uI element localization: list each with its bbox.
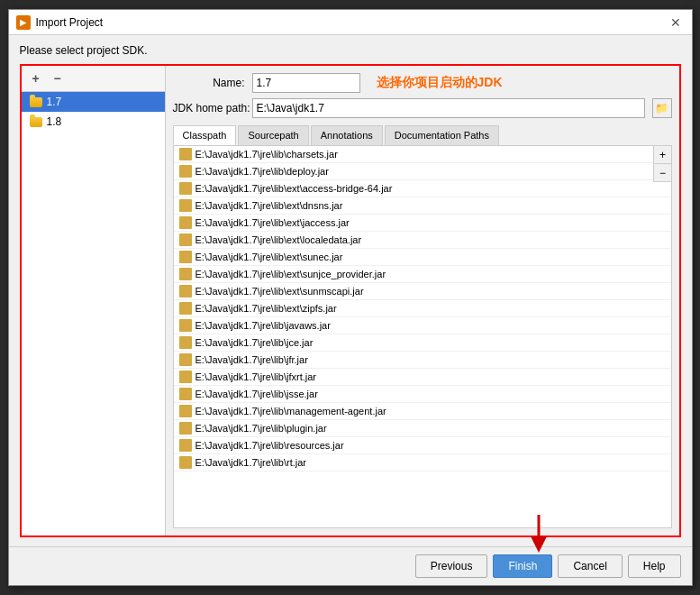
tab-documentation-paths[interactable]: Documentation Paths <box>385 125 499 145</box>
classpath-item-label: E:\Java\jdk1.7\jre\lib\management-agent.… <box>195 406 386 416</box>
classpath-list-inner: E:\Java\jdk1.7\jre\lib\charsets.jarE:\Ja… <box>174 146 671 471</box>
finish-button[interactable]: Finish <box>493 554 552 578</box>
classpath-item-label: E:\Java\jdk1.7\jre\lib\rt.jar <box>195 457 307 468</box>
list-item[interactable]: E:\Java\jdk1.7\jre\lib\jsse.jar <box>174 386 671 403</box>
classpath-item-label: E:\Java\jdk1.7\jre\lib\ext\sunjce_provid… <box>195 269 386 279</box>
classpath-item-label: E:\Java\jdk1.7\jre\lib\resources.jar <box>195 440 344 451</box>
list-item[interactable]: E:\Java\jdk1.7\jre\lib\ext\sunec.jar <box>174 249 671 266</box>
list-item[interactable]: E:\Java\jdk1.7\jre\lib\jce.jar <box>174 334 671 352</box>
jdk-path-label: JDK home path: <box>173 102 245 114</box>
classpath-item-label: E:\Java\jdk1.7\jre\lib\plugin.jar <box>195 423 327 434</box>
add-sdk-button[interactable]: + <box>27 69 45 87</box>
title-bar-left: ▶ Import Project <box>16 15 104 30</box>
jar-icon <box>179 199 192 212</box>
list-item[interactable]: E:\Java\jdk1.7\jre\lib\ext\access-bridge… <box>174 180 671 197</box>
left-panel: + − 1.71.8 <box>22 66 166 536</box>
jar-icon <box>179 182 192 195</box>
list-item[interactable]: E:\Java\jdk1.7\jre\lib\jfr.jar <box>174 352 671 369</box>
classpath-item-label: E:\Java\jdk1.7\jre\lib\javaws.jar <box>195 320 331 331</box>
dialog-content: Please select project SDK. + − 1.71.8 Na… <box>9 35 692 546</box>
jar-icon <box>179 233 192 246</box>
classpath-item-label: E:\Java\jdk1.7\jre\lib\ext\access-bridge… <box>195 183 393 194</box>
classpath-item-label: E:\Java\jdk1.7\jre\lib\jsse.jar <box>195 389 318 399</box>
list-item[interactable]: E:\Java\jdk1.7\jre\lib\charsets.jar <box>174 146 671 163</box>
list-item[interactable]: E:\Java\jdk1.7\jre\lib\plugin.jar <box>174 420 671 437</box>
classpath-item-label: E:\Java\jdk1.7\jre\lib\ext\zipfs.jar <box>195 303 337 314</box>
classpath-item-label: E:\Java\jdk1.7\jre\lib\deploy.jar <box>195 166 329 177</box>
jar-icon <box>179 319 192 332</box>
list-item[interactable]: E:\Java\jdk1.7\jre\lib\rt.jar <box>174 454 671 471</box>
tab-classpath[interactable]: Classpath <box>173 125 237 145</box>
name-row: Name: 选择你项目启动的JDK <box>173 73 672 93</box>
subtitle: Please select project SDK. <box>20 44 681 57</box>
list-item[interactable]: E:\Java\jdk1.7\jre\lib\ext\sunmscapi.jar <box>174 283 671 300</box>
list-remove-button[interactable]: − <box>654 164 672 182</box>
jar-icon <box>179 422 192 435</box>
import-project-dialog: ▶ Import Project ✕ Please select project… <box>8 9 693 586</box>
dialog-title: Import Project <box>36 16 104 29</box>
list-item[interactable]: E:\Java\jdk1.7\jre\lib\ext\dnsns.jar <box>174 197 671 215</box>
sdk-folder-icon <box>29 95 43 109</box>
classpath-item-label: E:\Java\jdk1.7\jre\lib\ext\localedata.ja… <box>195 234 362 245</box>
jar-icon <box>179 353 192 366</box>
close-button[interactable]: ✕ <box>667 15 685 30</box>
classpath-item-label: E:\Java\jdk1.7\jre\lib\charsets.jar <box>195 149 338 160</box>
jar-icon <box>179 336 192 349</box>
classpath-item-label: E:\Java\jdk1.7\jre\lib\jce.jar <box>195 337 314 348</box>
left-toolbar: + − <box>22 66 165 92</box>
jar-icon <box>179 268 192 280</box>
name-input[interactable] <box>252 73 360 93</box>
jar-icon <box>179 456 192 469</box>
cancel-button[interactable]: Cancel <box>558 554 622 578</box>
sdk-item[interactable]: 1.8 <box>22 112 165 132</box>
list-item[interactable]: E:\Java\jdk1.7\jre\lib\management-agent.… <box>174 403 671 420</box>
sdk-section: + − 1.71.8 Name: 选择你项目启动的JDK JDK home pa… <box>20 64 681 537</box>
list-item[interactable]: E:\Java\jdk1.7\jre\lib\jfxrt.jar <box>174 369 671 386</box>
jdk-path-input[interactable] <box>252 98 645 118</box>
right-panel: Name: 选择你项目启动的JDK JDK home path: 📁 Class… <box>166 66 679 536</box>
classpath-list: E:\Java\jdk1.7\jre\lib\charsets.jarE:\Ja… <box>173 146 672 528</box>
tab-sourcepath[interactable]: Sourcepath <box>238 125 308 145</box>
help-button[interactable]: Help <box>628 554 681 578</box>
list-add-button[interactable]: + <box>654 146 672 164</box>
classpath-item-label: E:\Java\jdk1.7\jre\lib\ext\sunec.jar <box>195 252 343 262</box>
classpath-item-label: E:\Java\jdk1.7\jre\lib\ext\sunmscapi.jar <box>195 286 364 297</box>
list-item[interactable]: E:\Java\jdk1.7\jre\lib\resources.jar <box>174 437 671 454</box>
classpath-item-label: E:\Java\jdk1.7\jre\lib\jfxrt.jar <box>195 371 317 382</box>
sdk-item-label: 1.7 <box>47 96 62 108</box>
browse-button[interactable]: 📁 <box>652 98 672 118</box>
classpath-item-label: E:\Java\jdk1.7\jre\lib\ext\jaccess.jar <box>195 217 350 228</box>
jar-icon <box>179 165 192 178</box>
jar-icon <box>179 388 192 400</box>
title-bar: ▶ Import Project ✕ <box>9 10 692 35</box>
jar-icon <box>179 302 192 315</box>
sdk-item[interactable]: 1.7 <box>22 92 165 112</box>
tabs-row: ClasspathSourcepathAnnotationsDocumentat… <box>173 125 672 146</box>
classpath-item-label: E:\Java\jdk1.7\jre\lib\ext\dnsns.jar <box>195 200 343 211</box>
sdk-folder-icon <box>29 114 43 129</box>
jar-icon <box>179 251 192 263</box>
bottom-bar: Previous Finish Cancel Help <box>9 546 692 585</box>
list-side-toolbar: + − <box>653 146 671 182</box>
previous-button[interactable]: Previous <box>415 554 488 578</box>
sdk-item-label: 1.8 <box>47 115 62 128</box>
remove-sdk-button[interactable]: − <box>49 69 67 87</box>
list-item[interactable]: E:\Java\jdk1.7\jre\lib\ext\sunjce_provid… <box>174 266 671 283</box>
dialog-icon: ▶ <box>16 15 31 30</box>
jar-icon <box>179 405 192 417</box>
jar-icon <box>179 216 192 229</box>
jar-icon <box>179 148 192 160</box>
list-item[interactable]: E:\Java\jdk1.7\jre\lib\ext\localedata.ja… <box>174 232 671 249</box>
jar-icon <box>179 439 192 452</box>
jar-icon <box>179 285 192 298</box>
name-label: Name: <box>173 77 245 89</box>
jdk-path-row: JDK home path: 📁 <box>173 98 672 118</box>
classpath-item-label: E:\Java\jdk1.7\jre\lib\jfr.jar <box>195 354 308 365</box>
list-item[interactable]: E:\Java\jdk1.7\jre\lib\javaws.jar <box>174 317 671 334</box>
sdk-list: 1.71.8 <box>22 92 165 536</box>
list-item[interactable]: E:\Java\jdk1.7\jre\lib\deploy.jar <box>174 163 671 180</box>
list-item[interactable]: E:\Java\jdk1.7\jre\lib\ext\zipfs.jar <box>174 300 671 317</box>
list-item[interactable]: E:\Java\jdk1.7\jre\lib\ext\jaccess.jar <box>174 215 671 232</box>
jar-icon <box>179 371 192 383</box>
tab-annotations[interactable]: Annotations <box>311 125 383 145</box>
